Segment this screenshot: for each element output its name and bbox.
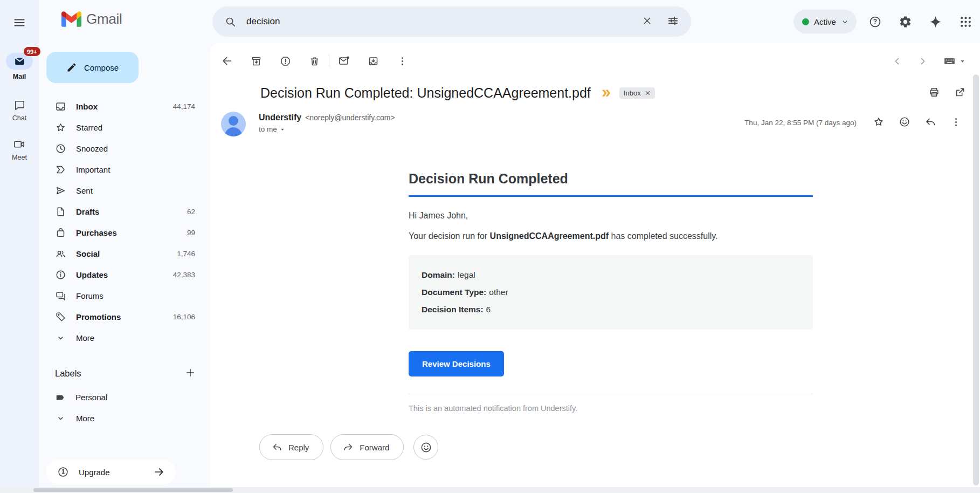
forward-label: Forward — [360, 443, 389, 452]
smiley-icon — [899, 116, 910, 128]
back-button[interactable] — [221, 55, 233, 67]
label-list: Personal More — [39, 387, 210, 429]
sidebar-item-label: Inbox — [76, 102, 98, 111]
sidebar-item-updates[interactable]: Updates 42,383 — [39, 264, 210, 285]
apps-grid-icon — [959, 15, 972, 29]
details-box: Domain:legal Document Type:other Decisio… — [409, 255, 813, 330]
gmail-logo[interactable]: Gmail — [61, 11, 122, 28]
printer-icon — [928, 86, 940, 98]
clear-search-button[interactable] — [641, 15, 653, 28]
reply-arrow-icon — [924, 116, 936, 128]
status-selector[interactable]: Active — [793, 10, 857, 33]
inbox-label-chip[interactable]: Inbox — [619, 87, 655, 99]
print-button[interactable] — [928, 86, 940, 100]
sidebar-item-label: Important — [76, 165, 110, 174]
recipient-details-toggle[interactable]: to me — [259, 125, 395, 133]
search-bar[interactable] — [212, 6, 691, 37]
header-actions: ? — [868, 0, 972, 43]
gmail-m-icon — [61, 11, 81, 27]
sidebar-item-important[interactable]: Important — [39, 159, 210, 180]
sender-avatar[interactable] — [221, 112, 246, 136]
settings-button[interactable] — [898, 15, 912, 29]
star-icon — [873, 116, 885, 128]
compose-button[interactable]: Compose — [46, 52, 139, 83]
move-to-button[interactable] — [368, 56, 379, 67]
sidebar-item-snoozed[interactable]: Snoozed — [39, 138, 210, 159]
detail-row-domain: Domain:legal — [422, 269, 800, 281]
delete-button[interactable] — [309, 56, 320, 67]
report-spam-button[interactable] — [280, 56, 291, 67]
important-marker-icon[interactable] — [601, 87, 612, 99]
chevron-down-icon — [55, 332, 66, 344]
toolbar-divider — [329, 54, 329, 67]
document-filename: UnsignedCCAAgreement.pdf — [490, 231, 609, 241]
input-tools-button[interactable] — [943, 54, 966, 68]
sidebar-item-label: Social — [76, 249, 100, 258]
search-options-button[interactable] — [667, 15, 679, 29]
tune-icon — [667, 15, 679, 27]
apps-grid-button[interactable] — [958, 15, 972, 29]
sidebar-item-drafts[interactable]: Drafts 62 — [39, 201, 210, 222]
chip-remove-icon[interactable] — [645, 90, 651, 96]
sidebar-item-label: Purchases — [76, 228, 117, 237]
sidebar-item-count: 99 — [187, 229, 195, 237]
add-reaction-pill-button[interactable] — [413, 435, 438, 460]
kebab-icon — [397, 56, 408, 67]
mail-unread-badge: 99+ — [24, 47, 40, 56]
search-input[interactable] — [246, 16, 641, 27]
svg-text:?: ? — [873, 18, 877, 25]
horizontal-scrollbar[interactable] — [0, 487, 980, 493]
sidebar-item-social[interactable]: Social 1,746 — [39, 243, 210, 264]
horizontal-scrollbar-thumb[interactable] — [33, 488, 233, 492]
kebab-icon — [950, 117, 962, 128]
important-icon — [55, 164, 66, 175]
more-options-button[interactable] — [397, 56, 408, 67]
report-spam-icon — [280, 56, 291, 67]
star-button[interactable] — [873, 116, 885, 129]
rail-item-mail[interactable]: 99+ Mail — [6, 53, 33, 80]
sidebar-item-more[interactable]: More — [39, 327, 210, 348]
archive-button[interactable] — [251, 56, 262, 67]
older-message-button[interactable] — [917, 56, 928, 66]
forward-pill-button[interactable]: Forward — [330, 434, 404, 460]
body-divider — [409, 394, 813, 394]
meet-icon — [13, 138, 25, 150]
sidebar-item-personal[interactable]: Personal — [39, 387, 210, 408]
sidebar-item-starred[interactable]: Starred — [39, 117, 210, 138]
add-reaction-button[interactable] — [899, 116, 910, 129]
main-menu-button[interactable] — [8, 11, 31, 35]
help-button[interactable]: ? — [868, 15, 882, 29]
sidebar-item-inbox[interactable]: Inbox 44,174 — [39, 96, 210, 117]
send-icon — [55, 185, 66, 196]
rail-item-chat[interactable]: Chat — [12, 99, 26, 122]
hamburger-icon — [13, 16, 26, 29]
reply-button[interactable] — [924, 116, 936, 129]
sidebar-item-forums[interactable]: Forums — [39, 285, 210, 306]
to-label: to me — [259, 125, 277, 133]
upgrade-button[interactable]: 1 Upgrade — [46, 460, 176, 484]
create-label-button[interactable] — [184, 367, 196, 380]
message-more-button[interactable] — [950, 117, 962, 129]
sidebar-item-labels-more[interactable]: More — [39, 408, 210, 429]
sidebar-item-purchases[interactable]: Purchases 99 — [39, 222, 210, 243]
search-icon[interactable] — [224, 16, 237, 28]
gemini-button[interactable] — [928, 15, 942, 29]
open-in-new-button[interactable] — [954, 86, 966, 100]
vertical-scrollbar[interactable] — [973, 74, 979, 485]
sidebar-item-label: Starred — [76, 123, 102, 132]
draft-icon — [55, 206, 66, 217]
sidebar: Compose Inbox 44,174 Starred Snoozed Imp… — [39, 43, 210, 493]
newer-message-button[interactable] — [892, 56, 902, 66]
review-decisions-button[interactable]: Review Decisions — [409, 351, 504, 376]
move-to-icon — [368, 56, 379, 67]
mark-unread-button[interactable] — [338, 55, 350, 67]
sidebar-item-sent[interactable]: Sent — [39, 180, 210, 201]
dropdown-caret-icon — [959, 58, 966, 65]
sidebar-item-label: Drafts — [76, 207, 99, 216]
reply-pill-button[interactable]: Reply — [259, 434, 323, 460]
rail-item-meet[interactable]: Meet — [12, 138, 27, 161]
reply-arrow-icon — [272, 442, 282, 453]
sidebar-item-promotions[interactable]: Promotions 16,106 — [39, 306, 210, 327]
sender-name: Understify — [259, 113, 301, 122]
body-footer-note: This is an automated notification from U… — [409, 404, 813, 413]
